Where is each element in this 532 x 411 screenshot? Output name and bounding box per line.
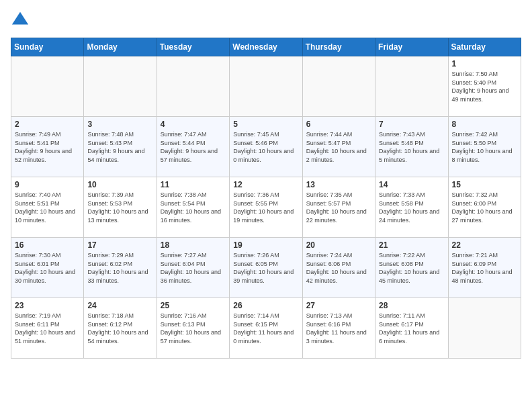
day-cell: 1Sunrise: 7:50 AM Sunset: 5:40 PM Daylig… (448, 56, 521, 117)
day-number: 5 (233, 120, 298, 129)
day-number: 17 (87, 240, 152, 250)
day-info: Sunrise: 7:11 AM Sunset: 6:17 PM Dayligh… (379, 312, 444, 345)
day-number: 22 (452, 240, 517, 250)
day-cell (448, 298, 521, 359)
day-info: Sunrise: 7:44 AM Sunset: 5:47 PM Dayligh… (306, 130, 371, 164)
day-cell: 14Sunrise: 7:33 AM Sunset: 5:58 PM Dayli… (375, 177, 448, 238)
day-number: 6 (306, 120, 371, 129)
day-number: 26 (233, 301, 298, 310)
day-number: 21 (379, 240, 444, 250)
day-number: 13 (306, 180, 371, 189)
weekday-header-saturday: Saturday (448, 38, 521, 56)
day-cell (157, 56, 229, 117)
day-number: 16 (15, 240, 80, 250)
day-number: 9 (15, 180, 80, 189)
svg-marker-0 (12, 12, 28, 25)
day-cell: 21Sunrise: 7:22 AM Sunset: 6:08 PM Dayli… (375, 238, 448, 298)
page-header (11, 11, 521, 30)
weekday-header-thursday: Thursday (302, 38, 375, 56)
day-cell: 7Sunrise: 7:43 AM Sunset: 5:48 PM Daylig… (375, 117, 448, 177)
logo (11, 11, 31, 30)
day-cell (375, 56, 448, 117)
day-number: 20 (306, 240, 371, 250)
day-cell: 16Sunrise: 7:30 AM Sunset: 6:01 PM Dayli… (11, 238, 84, 298)
day-cell: 6Sunrise: 7:44 AM Sunset: 5:47 PM Daylig… (302, 117, 375, 177)
week-row-2: 9Sunrise: 7:40 AM Sunset: 5:51 PM Daylig… (11, 177, 521, 238)
day-info: Sunrise: 7:32 AM Sunset: 6:00 PM Dayligh… (452, 191, 517, 224)
day-cell: 5Sunrise: 7:45 AM Sunset: 5:46 PM Daylig… (230, 117, 302, 177)
day-cell: 15Sunrise: 7:32 AM Sunset: 6:00 PM Dayli… (448, 177, 521, 238)
day-cell: 10Sunrise: 7:39 AM Sunset: 5:53 PM Dayli… (84, 177, 157, 238)
day-number: 19 (233, 240, 298, 250)
day-number: 15 (452, 180, 517, 189)
day-cell: 11Sunrise: 7:38 AM Sunset: 5:54 PM Dayli… (157, 177, 229, 238)
day-info: Sunrise: 7:50 AM Sunset: 5:40 PM Dayligh… (452, 70, 517, 103)
day-number: 25 (161, 301, 226, 310)
day-info: Sunrise: 7:18 AM Sunset: 6:12 PM Dayligh… (87, 312, 152, 345)
weekday-header-wednesday: Wednesday (230, 38, 302, 56)
day-cell: 19Sunrise: 7:26 AM Sunset: 6:05 PM Dayli… (230, 238, 302, 298)
day-info: Sunrise: 7:22 AM Sunset: 6:08 PM Dayligh… (379, 251, 444, 285)
week-row-0: 1Sunrise: 7:50 AM Sunset: 5:40 PM Daylig… (11, 56, 521, 117)
day-info: Sunrise: 7:48 AM Sunset: 5:43 PM Dayligh… (87, 130, 152, 164)
day-info: Sunrise: 7:13 AM Sunset: 6:16 PM Dayligh… (306, 312, 371, 345)
day-number: 2 (15, 120, 80, 129)
day-number: 23 (15, 301, 80, 310)
day-number: 4 (161, 120, 226, 129)
day-info: Sunrise: 7:42 AM Sunset: 5:50 PM Dayligh… (452, 130, 517, 164)
day-number: 1 (452, 59, 517, 68)
day-info: Sunrise: 7:21 AM Sunset: 6:09 PM Dayligh… (452, 251, 517, 285)
day-cell: 2Sunrise: 7:49 AM Sunset: 5:41 PM Daylig… (11, 117, 84, 177)
day-info: Sunrise: 7:24 AM Sunset: 6:06 PM Dayligh… (306, 251, 371, 285)
day-cell: 12Sunrise: 7:36 AM Sunset: 5:55 PM Dayli… (230, 177, 302, 238)
day-cell (84, 56, 157, 117)
day-cell: 18Sunrise: 7:27 AM Sunset: 6:04 PM Dayli… (157, 238, 229, 298)
day-number: 24 (87, 301, 152, 310)
day-cell: 25Sunrise: 7:16 AM Sunset: 6:13 PM Dayli… (157, 298, 229, 359)
day-info: Sunrise: 7:19 AM Sunset: 6:11 PM Dayligh… (15, 312, 80, 345)
calendar-table: SundayMondayTuesdayWednesdayThursdayFrid… (11, 38, 521, 359)
day-number: 18 (161, 240, 226, 250)
day-info: Sunrise: 7:29 AM Sunset: 6:02 PM Dayligh… (87, 251, 152, 285)
day-cell: 20Sunrise: 7:24 AM Sunset: 6:06 PM Dayli… (302, 238, 375, 298)
week-row-1: 2Sunrise: 7:49 AM Sunset: 5:41 PM Daylig… (11, 117, 521, 177)
day-number: 27 (306, 301, 371, 310)
day-cell: 22Sunrise: 7:21 AM Sunset: 6:09 PM Dayli… (448, 238, 521, 298)
day-info: Sunrise: 7:45 AM Sunset: 5:46 PM Dayligh… (233, 130, 298, 164)
day-info: Sunrise: 7:43 AM Sunset: 5:48 PM Dayligh… (379, 130, 444, 164)
weekday-header-monday: Monday (84, 38, 157, 56)
day-number: 28 (379, 301, 444, 310)
weekday-header-tuesday: Tuesday (157, 38, 229, 56)
day-cell (230, 56, 302, 117)
day-cell (302, 56, 375, 117)
day-number: 8 (452, 120, 517, 129)
day-info: Sunrise: 7:40 AM Sunset: 5:51 PM Dayligh… (15, 191, 80, 224)
day-info: Sunrise: 7:14 AM Sunset: 6:15 PM Dayligh… (233, 312, 298, 345)
day-cell: 28Sunrise: 7:11 AM Sunset: 6:17 PM Dayli… (375, 298, 448, 359)
day-cell: 9Sunrise: 7:40 AM Sunset: 5:51 PM Daylig… (11, 177, 84, 238)
logo-icon (11, 11, 30, 30)
day-number: 3 (87, 120, 152, 129)
day-info: Sunrise: 7:39 AM Sunset: 5:53 PM Dayligh… (87, 191, 152, 224)
day-cell (11, 56, 84, 117)
day-number: 10 (87, 180, 152, 189)
day-cell: 13Sunrise: 7:35 AM Sunset: 5:57 PM Dayli… (302, 177, 375, 238)
week-row-3: 16Sunrise: 7:30 AM Sunset: 6:01 PM Dayli… (11, 238, 521, 298)
day-cell: 23Sunrise: 7:19 AM Sunset: 6:11 PM Dayli… (11, 298, 84, 359)
day-cell: 3Sunrise: 7:48 AM Sunset: 5:43 PM Daylig… (84, 117, 157, 177)
day-number: 12 (233, 180, 298, 189)
day-info: Sunrise: 7:36 AM Sunset: 5:55 PM Dayligh… (233, 191, 298, 224)
day-info: Sunrise: 7:26 AM Sunset: 6:05 PM Dayligh… (233, 251, 298, 285)
weekday-header-sunday: Sunday (11, 38, 84, 56)
day-info: Sunrise: 7:16 AM Sunset: 6:13 PM Dayligh… (161, 312, 226, 345)
day-info: Sunrise: 7:27 AM Sunset: 6:04 PM Dayligh… (161, 251, 226, 285)
day-cell: 8Sunrise: 7:42 AM Sunset: 5:50 PM Daylig… (448, 117, 521, 177)
weekday-header-row: SundayMondayTuesdayWednesdayThursdayFrid… (11, 38, 521, 56)
day-info: Sunrise: 7:30 AM Sunset: 6:01 PM Dayligh… (15, 251, 80, 285)
week-row-4: 23Sunrise: 7:19 AM Sunset: 6:11 PM Dayli… (11, 298, 521, 359)
day-cell: 24Sunrise: 7:18 AM Sunset: 6:12 PM Dayli… (84, 298, 157, 359)
weekday-header-friday: Friday (375, 38, 448, 56)
day-info: Sunrise: 7:33 AM Sunset: 5:58 PM Dayligh… (379, 191, 444, 224)
day-info: Sunrise: 7:47 AM Sunset: 5:44 PM Dayligh… (161, 130, 226, 164)
day-cell: 26Sunrise: 7:14 AM Sunset: 6:15 PM Dayli… (230, 298, 302, 359)
